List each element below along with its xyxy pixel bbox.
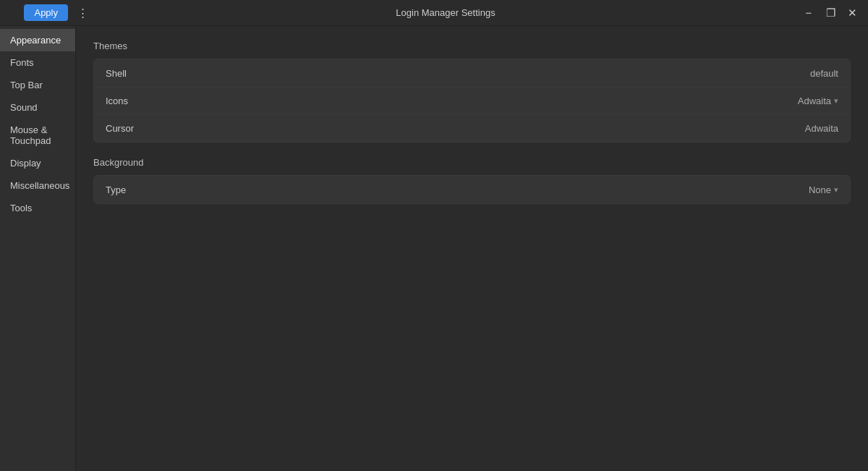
type-value: None [809,184,831,195]
sidebar-item-fonts[interactable]: Fonts [0,51,75,74]
close-button[interactable]: ✕ [842,3,862,23]
sidebar-item-top-bar[interactable]: Top Bar [0,74,75,96]
background-section-title: Background [93,157,851,168]
cursor-label: Cursor [106,123,134,134]
icons-dropdown-arrow[interactable]: ▾ [834,96,838,106]
sidebar-item-tools[interactable]: Tools [0,197,75,219]
main-layout: Appearance Fonts Top Bar Sound Mouse & T… [0,26,868,471]
apply-button[interactable]: Apply [24,4,68,21]
more-options-button[interactable]: ⋮ [72,3,93,23]
minimize-button[interactable]: − [799,3,819,23]
titlebar: Apply ⋮ Login Manager Settings − ❐ ✕ [0,0,868,26]
content-area: Themes Shell default Icons Adwaita ▾ Cur… [76,26,868,471]
type-dropdown-arrow[interactable]: ▾ [834,185,838,195]
themes-section-title: Themes [93,41,851,51]
restore-button[interactable]: ❐ [820,3,841,23]
icons-value-wrapper: Adwaita ▾ [798,96,838,106]
sidebar-item-appearance[interactable]: Appearance [0,29,75,51]
cursor-value: Adwaita [805,123,838,134]
sidebar: Appearance Fonts Top Bar Sound Mouse & T… [0,26,76,471]
sidebar-item-sound[interactable]: Sound [0,96,75,119]
icons-value: Adwaita [798,96,831,106]
icons-row: Icons Adwaita ▾ [94,87,850,114]
window-controls: − ❐ ✕ [799,3,862,23]
sidebar-item-miscellaneous[interactable]: Miscellaneous [0,174,75,197]
shell-value: default [810,68,838,79]
type-label: Type [106,184,126,195]
window-title: Login Manager Settings [93,7,799,18]
type-value-wrapper: None ▾ [809,184,838,195]
shell-row: Shell default [94,59,850,87]
shell-label: Shell [106,68,127,79]
type-row: Type None ▾ [94,176,850,203]
background-card: Type None ▾ [93,175,851,204]
sidebar-item-mouse-touchpad[interactable]: Mouse & Touchpad [0,119,75,152]
themes-card: Shell default Icons Adwaita ▾ Cursor Adw… [93,59,851,143]
icons-label: Icons [106,96,128,106]
cursor-row: Cursor Adwaita [94,114,850,142]
sidebar-item-display[interactable]: Display [0,152,75,174]
